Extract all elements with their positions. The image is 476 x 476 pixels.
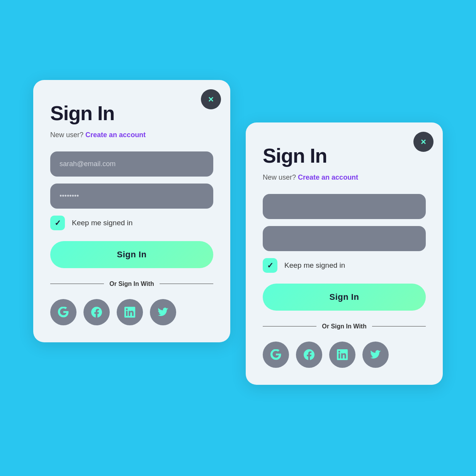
checkbox-left[interactable]: ✓	[50, 216, 65, 230]
password-input-left[interactable]	[50, 184, 213, 209]
divider-line-left-l	[50, 284, 104, 284]
divider-text-right: Or Sign In With	[322, 323, 366, 330]
divider-line-right-r	[372, 326, 426, 327]
remember-me-row-left: ✓ Keep me signed in	[50, 216, 213, 230]
new-user-text-left: New user?	[50, 131, 83, 139]
google-icon-left	[58, 307, 69, 318]
google-icon-right	[270, 349, 281, 360]
linkedin-icon-right	[337, 349, 348, 360]
linkedin-button-right[interactable]	[329, 342, 355, 368]
signin-card-left: Sign In New user? Create an account ✓ Ke…	[33, 80, 230, 342]
twitter-button-left[interactable]	[150, 299, 176, 325]
linkedin-button-left[interactable]	[117, 299, 143, 325]
social-row-right	[263, 342, 426, 368]
close-button-right[interactable]	[413, 132, 434, 152]
checkmark-left: ✓	[54, 219, 61, 227]
close-button-left[interactable]	[201, 89, 221, 109]
create-account-link-right[interactable]: Create an account	[298, 173, 358, 181]
email-input-right[interactable]	[263, 194, 426, 219]
twitter-button-right[interactable]	[362, 342, 389, 368]
google-button-left[interactable]	[50, 299, 76, 325]
email-input-left[interactable]	[50, 151, 213, 177]
new-user-text-right: New user?	[263, 173, 296, 181]
divider-left: Or Sign In With	[50, 280, 213, 287]
facebook-icon-left	[91, 307, 102, 318]
subtitle-left: New user? Create an account	[50, 131, 213, 139]
linkedin-icon-left	[124, 307, 135, 318]
create-account-link-left[interactable]: Create an account	[85, 131, 146, 139]
cards-wrapper: Sign In New user? Create an account ✓ Ke…	[33, 92, 443, 385]
facebook-button-right[interactable]	[296, 342, 322, 368]
sign-in-button-right[interactable]: Sign In	[263, 284, 426, 311]
checkbox-label-right: Keep me signed in	[284, 261, 345, 270]
checkbox-label-left: Keep me signed in	[72, 219, 133, 227]
subtitle-right: New user? Create an account	[263, 173, 426, 182]
twitter-icon-left	[158, 307, 168, 318]
facebook-button-left[interactable]	[83, 299, 110, 325]
divider-line-right-l	[263, 326, 316, 327]
divider-right: Or Sign In With	[263, 323, 426, 330]
checkmark-right: ✓	[267, 262, 274, 269]
checkbox-right[interactable]: ✓	[263, 258, 277, 273]
twitter-icon-right	[370, 349, 381, 360]
divider-line-left-r	[160, 284, 213, 284]
google-button-right[interactable]	[263, 342, 289, 368]
sign-in-button-left[interactable]: Sign In	[50, 241, 213, 268]
divider-text-left: Or Sign In With	[109, 280, 154, 287]
password-input-right[interactable]	[263, 226, 426, 251]
signin-card-right: Sign In New user? Create an account ✓ Ke…	[246, 122, 443, 385]
title-left: Sign In	[50, 102, 213, 125]
remember-me-row-right: ✓ Keep me signed in	[263, 258, 426, 273]
social-row-left	[50, 299, 213, 325]
title-right: Sign In	[263, 144, 426, 167]
facebook-icon-right	[304, 349, 314, 360]
